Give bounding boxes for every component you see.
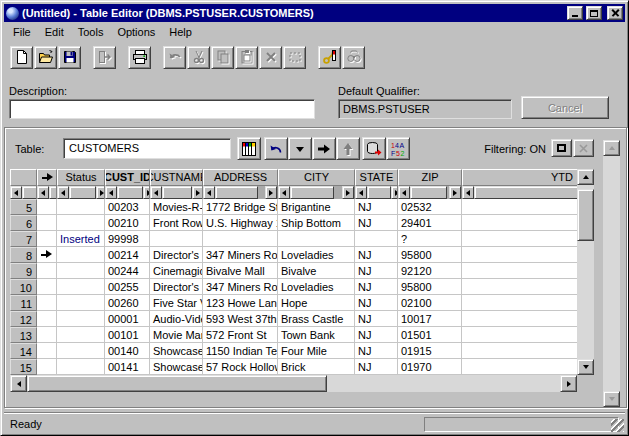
cell-status[interactable]: [57, 199, 105, 215]
mini-scroll-right-button[interactable]: [449, 186, 461, 199]
row-marker-cell[interactable]: [37, 343, 57, 359]
cell-address[interactable]: 57 Rock Hollow: [203, 359, 278, 375]
column-header-custname[interactable]: CUSTNAME: [150, 169, 203, 186]
open-button[interactable]: [34, 46, 57, 69]
cell-status[interactable]: [57, 263, 105, 279]
mini-scroll-right-button[interactable]: [391, 186, 398, 199]
filter-window-button[interactable]: [551, 139, 572, 157]
row-marker-cell[interactable]: [37, 359, 57, 375]
cell-ytd[interactable]: [462, 199, 577, 215]
row-marker-cell[interactable]: [37, 263, 57, 279]
mini-scroll-thumb[interactable]: [22, 186, 37, 199]
cell-status[interactable]: [57, 343, 105, 359]
row-marker-cell[interactable]: [37, 199, 57, 215]
mini-scroll-left-button[interactable]: [355, 186, 367, 199]
row-marker-cell[interactable]: [37, 279, 57, 295]
cell-custname[interactable]: Five Star Vi: [150, 295, 203, 311]
cell-cust_id[interactable]: 00214: [105, 247, 150, 263]
cell-state[interactable]: NJ: [355, 359, 398, 375]
close-button[interactable]: [607, 6, 623, 20]
horizontal-scroll-thumb[interactable]: [27, 375, 327, 392]
cell-city[interactable]: Hope: [278, 295, 355, 311]
column-header-city[interactable]: CITY: [278, 169, 355, 186]
cell-status[interactable]: [57, 215, 105, 231]
cell-city[interactable]: Loveladies: [278, 279, 355, 295]
mini-scroll-right-button[interactable]: [265, 186, 277, 199]
cell-state[interactable]: NJ: [355, 311, 398, 327]
new-button[interactable]: [10, 46, 33, 69]
mini-scroll-left-button[interactable]: [150, 186, 162, 199]
mini-scroll-thumb[interactable]: [162, 186, 192, 199]
horizontal-scroll-track[interactable]: [27, 375, 560, 392]
mini-scroll-track[interactable]: [258, 186, 265, 199]
cell-custname[interactable]: Movies-R-U: [150, 199, 203, 215]
cell-custname[interactable]: Showcase: [150, 343, 203, 359]
cell-state[interactable]: NJ: [355, 295, 398, 311]
column-header-cust_id[interactable]: CUST_ID: [105, 169, 150, 186]
mini-scroll-left-button[interactable]: [398, 186, 410, 199]
mini-scroll-left-button[interactable]: [105, 186, 117, 199]
cell-cust_id[interactable]: 00140: [105, 343, 150, 359]
cell-city[interactable]: Loveladies: [278, 247, 355, 263]
column-scrollbar-marker[interactable]: [37, 186, 57, 199]
mini-scroll-left-button[interactable]: [37, 186, 49, 199]
cell-ytd[interactable]: [462, 359, 577, 375]
save-button[interactable]: [58, 46, 81, 69]
column-header-marker[interactable]: [37, 169, 57, 186]
mini-scroll-left-button[interactable]: [462, 186, 474, 199]
cell-city[interactable]: Brick: [278, 359, 355, 375]
cell-state[interactable]: NJ: [355, 199, 398, 215]
cell-city[interactable]: Ship Bottom: [278, 215, 355, 231]
cell-city[interactable]: Town Bank: [278, 327, 355, 343]
cell-address[interactable]: [203, 231, 278, 247]
column-header-zip[interactable]: ZIP: [398, 169, 462, 186]
mini-scroll-thumb[interactable]: [117, 186, 143, 199]
cell-state[interactable]: NJ: [355, 327, 398, 343]
row-number-cell[interactable]: 11: [10, 295, 37, 311]
table-row[interactable]: 1100260Five Star Vi123 Howe LaneHopeNJ02…: [10, 295, 577, 311]
row-dropdown-button[interactable]: [288, 137, 312, 160]
scroll-right-button[interactable]: [560, 375, 577, 392]
cell-address[interactable]: 123 Howe Lane: [203, 295, 278, 311]
mini-scroll-right-button[interactable]: [192, 186, 203, 199]
table-row[interactable]: 500203Movies-R-U1772 Bridge StBrigantine…: [10, 199, 577, 215]
mini-scroll-track[interactable]: [334, 186, 342, 199]
undo-edit-button[interactable]: [264, 137, 288, 160]
cell-cust_id[interactable]: 00255: [105, 279, 150, 295]
column-header-rownum[interactable]: [10, 169, 37, 186]
cell-zip[interactable]: 02532: [398, 199, 462, 215]
cell-address[interactable]: Bivalve Mall: [203, 263, 278, 279]
row-number-cell[interactable]: 8: [10, 247, 37, 263]
cell-ytd[interactable]: [462, 263, 577, 279]
cell-zip[interactable]: 02100: [398, 295, 462, 311]
cell-cust_id[interactable]: 00244: [105, 263, 150, 279]
cell-zip[interactable]: 92120: [398, 263, 462, 279]
vertical-scroll-thumb[interactable]: [577, 189, 594, 241]
column-scrollbar-address[interactable]: [203, 186, 278, 199]
cell-zip[interactable]: 95800: [398, 247, 462, 263]
column-scrollbar-ytd[interactable]: [462, 186, 577, 199]
cell-city[interactable]: [278, 231, 355, 247]
cell-city[interactable]: Bivalve: [278, 263, 355, 279]
cell-custname[interactable]: Director's C: [150, 279, 203, 295]
cell-cust_id[interactable]: 00210: [105, 215, 150, 231]
cell-address[interactable]: U.S. Highway 130: [203, 215, 278, 231]
mini-scroll-thumb[interactable]: [49, 186, 57, 199]
mini-scroll-thumb[interactable]: [474, 186, 577, 199]
cell-city[interactable]: Brigantine: [278, 199, 355, 215]
cell-cust_id[interactable]: 00203: [105, 199, 150, 215]
cell-status[interactable]: [57, 295, 105, 311]
description-input[interactable]: [9, 99, 315, 119]
mini-scroll-right-button[interactable]: [96, 186, 105, 199]
row-number-cell[interactable]: 6: [10, 215, 37, 231]
cell-custname[interactable]: Director's C: [150, 247, 203, 263]
row-number-cell[interactable]: 5: [10, 199, 37, 215]
data-format-button[interactable]: 14AF52: [386, 137, 410, 160]
cell-address[interactable]: 347 Miners Row: [203, 279, 278, 295]
cell-custname[interactable]: Audio-Video: [150, 311, 203, 327]
cell-zip[interactable]: 01915: [398, 343, 462, 359]
cell-status[interactable]: [57, 327, 105, 343]
mini-scroll-right-button[interactable]: [342, 186, 354, 199]
column-scrollbar-cust_id[interactable]: [105, 186, 150, 199]
cell-zip[interactable]: 95800: [398, 279, 462, 295]
